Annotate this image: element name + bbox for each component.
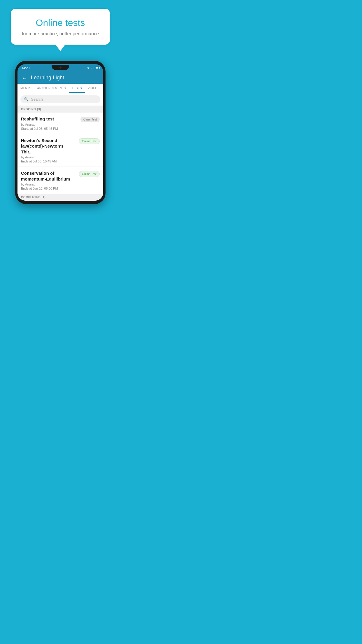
test-badge-newtons: Online Test [79, 138, 100, 144]
completed-section-header: COMPLETED (1) [17, 194, 103, 201]
test-name-newtons: Newton's Second law(contd)-Newton's Thir… [21, 138, 76, 155]
speech-bubble: Online tests for more practice, better p… [11, 9, 110, 45]
test-badge-reshuffling: Class Test [80, 117, 100, 122]
signal-icon [91, 66, 94, 69]
camera [59, 66, 61, 69]
app-title: Learning Light [31, 75, 64, 81]
test-time-conservation: Ends at Jun 10, 06:00 PM [21, 187, 76, 190]
status-icons [87, 66, 99, 69]
test-by-newtons: by Anurag [21, 155, 76, 159]
ongoing-section-header: ONGOING (3) [17, 106, 103, 113]
test-time-newtons: Ends at Jul 06, 10:45 AM [21, 160, 76, 163]
test-name-reshuffling: Reshuffling test [21, 116, 78, 122]
test-item-reshuffling[interactable]: Reshuffling test by Anurag Starts at Jul… [17, 113, 103, 134]
phone-frame: 14:29 [15, 61, 106, 204]
notch [52, 65, 69, 70]
phone-screen: ← Learning Light MENTS ANNOUNCEMENTS TES… [17, 72, 103, 201]
test-badge-conservation: Online Test [79, 171, 100, 177]
test-name-conservation: Conservation of momentum-Equilibrium [21, 170, 76, 182]
test-item-newtons[interactable]: Newton's Second law(contd)-Newton's Thir… [17, 134, 103, 167]
phone-frame-wrapper: 14:29 [15, 61, 106, 204]
app-header: ← Learning Light [17, 72, 103, 84]
tab-videos[interactable]: VIDEOS [85, 84, 103, 93]
test-info-conservation: Conservation of momentum-Equilibrium by … [21, 170, 76, 190]
wifi-icon [87, 66, 90, 69]
promo-subtitle: for more practice, better performance [17, 31, 104, 36]
search-placeholder: Search [31, 97, 43, 102]
test-item-conservation[interactable]: Conservation of momentum-Equilibrium by … [17, 167, 103, 194]
tab-ments[interactable]: MENTS [17, 84, 34, 93]
search-bar[interactable]: 🔍 Search [20, 95, 100, 103]
test-time-reshuffling: Starts at Jul 05, 05:45 PM [21, 127, 78, 130]
test-info-reshuffling: Reshuffling test by Anurag Starts at Jul… [21, 116, 78, 130]
search-icon: 🔍 [24, 97, 29, 102]
test-by-reshuffling: by Anurag [21, 123, 78, 126]
tabs-bar: MENTS ANNOUNCEMENTS TESTS VIDEOS [17, 84, 103, 93]
search-container: 🔍 Search [17, 93, 103, 106]
promo-title: Online tests [17, 18, 104, 28]
battery-fill [96, 67, 98, 69]
test-list: Reshuffling test by Anurag Starts at Jul… [17, 113, 103, 194]
tab-announcements[interactable]: ANNOUNCEMENTS [34, 84, 69, 93]
status-time: 14:29 [22, 66, 30, 70]
back-button[interactable]: ← [22, 75, 27, 81]
battery-icon [95, 67, 99, 69]
status-bar: 14:29 [17, 64, 103, 72]
test-info-newtons: Newton's Second law(contd)-Newton's Thir… [21, 138, 76, 163]
test-by-conservation: by Anurag [21, 183, 76, 186]
tab-tests[interactable]: TESTS [69, 84, 85, 93]
promo-section: Online tests for more practice, better p… [0, 0, 121, 45]
